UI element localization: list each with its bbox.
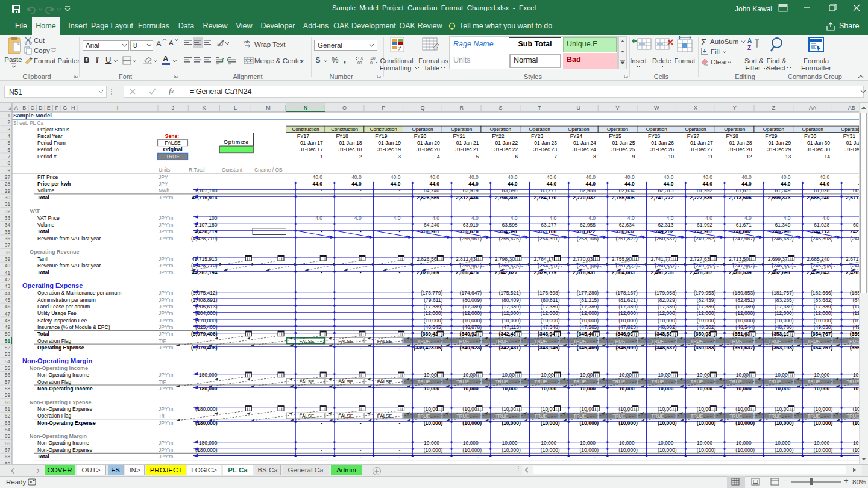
- svg-text:50: 50: [5, 331, 11, 337]
- svg-text:7: 7: [554, 154, 557, 160]
- svg-text:JPY'm: JPY'm: [159, 454, 173, 460]
- svg-text:62,634: 62,634: [619, 187, 635, 193]
- svg-text:JPY'm: JPY'm: [159, 256, 173, 262]
- svg-text:JPY'm: JPY'm: [159, 297, 173, 303]
- svg-text:54: 54: [5, 358, 11, 364]
- svg-text:FALSE: FALSE: [338, 379, 353, 384]
- svg-text:Non-Operating Income: Non-Operating Income: [30, 365, 88, 371]
- svg-text:42: 42: [5, 277, 11, 283]
- svg-text:FY23: FY23: [531, 133, 544, 139]
- svg-text:(81,215): (81,215): [580, 297, 599, 303]
- svg-text:Cname / OB: Cname / OB: [254, 167, 283, 173]
- svg-text:C: C: [31, 105, 35, 111]
- svg-text:(10,000): (10,000): [424, 420, 443, 426]
- svg-text:(340,923): (340,923): [460, 345, 482, 351]
- svg-text:(10,000): (10,000): [580, 447, 599, 453]
- svg-text:11: 11: [708, 154, 713, 160]
- svg-text:100: 100: [209, 215, 217, 221]
- svg-text:8: 8: [7, 160, 10, 166]
- svg-text:62,955: 62,955: [580, 187, 596, 193]
- svg-text:Revenue from VAT last year: Revenue from VAT last year: [37, 236, 101, 242]
- svg-text:44: 44: [5, 290, 11, 296]
- svg-text:Price per kwh: Price per kwh: [37, 181, 71, 187]
- svg-text:01-Jan 18: 01-Jan 18: [339, 140, 362, 146]
- svg-text:(174,647): (174,647): [460, 290, 482, 296]
- svg-text:Original: Original: [163, 146, 182, 152]
- svg-text:Operation Flag: Operation Flag: [37, 413, 71, 419]
- svg-text:10,000: 10,000: [463, 440, 479, 446]
- svg-text:TRUE: TRUE: [612, 339, 625, 344]
- svg-text:-: -: [360, 420, 362, 426]
- svg-text:(10,000): (10,000): [502, 447, 521, 453]
- svg-text:61,028: 61,028: [814, 222, 829, 228]
- svg-text:FY20: FY20: [414, 133, 427, 139]
- svg-text:62,955: 62,955: [580, 222, 596, 228]
- svg-text:5: 5: [7, 140, 10, 146]
- svg-text:(4,428,719): (4,428,719): [191, 236, 218, 242]
- svg-text:Non-Operating Expense: Non-Operating Expense: [37, 420, 96, 426]
- svg-text:40.0: 40.0: [312, 174, 322, 180]
- svg-text:3: 3: [7, 127, 10, 133]
- svg-text:Operation: Operation: [568, 127, 589, 132]
- svg-text:JPY'm: JPY'm: [159, 324, 173, 330]
- svg-text:(350,083): (350,083): [694, 345, 716, 351]
- svg-text:65: 65: [5, 433, 11, 439]
- svg-text:(246,682): (246,682): [772, 236, 794, 242]
- svg-text:Total: Total: [37, 454, 49, 460]
- svg-text:-: -: [360, 440, 362, 446]
- svg-text:40.0: 40.0: [430, 174, 440, 180]
- svg-text:62,313: 62,313: [658, 222, 673, 228]
- svg-text:(47,585): (47,585): [580, 324, 599, 330]
- svg-text:4.0: 4.0: [588, 215, 596, 221]
- svg-text:T/F: T/F: [159, 338, 166, 344]
- svg-text:(255,676): (255,676): [498, 263, 521, 269]
- svg-text:31-Dec 24: 31-Dec 24: [572, 146, 596, 152]
- svg-text:45: 45: [5, 297, 11, 303]
- svg-text:64,240: 64,240: [424, 187, 439, 193]
- svg-text:-: -: [321, 420, 322, 426]
- svg-text:Total: Total: [37, 195, 49, 201]
- svg-text:(48,544): (48,544): [735, 324, 755, 330]
- svg-text:-: -: [321, 195, 322, 201]
- svg-text:TRUE: TRUE: [495, 339, 508, 344]
- svg-text:VAT: VAT: [30, 208, 40, 214]
- svg-text:10,000: 10,000: [658, 440, 673, 446]
- svg-text:(10,000): (10,000): [814, 420, 833, 426]
- svg-text:2,727,639: 2,727,639: [690, 195, 712, 201]
- svg-text:(10,000): (10,000): [541, 420, 560, 426]
- svg-text:(10,000): (10,000): [735, 420, 755, 426]
- svg-text:T: T: [538, 105, 541, 111]
- svg-text:(48,786): (48,786): [775, 324, 794, 330]
- svg-text:(253,106): (253,106): [577, 263, 599, 269]
- svg-text:-: -: [321, 440, 322, 446]
- svg-text:W: W: [654, 105, 659, 111]
- svg-text:2,784,170: 2,784,170: [533, 195, 556, 201]
- svg-text:4.0: 4.0: [471, 215, 479, 221]
- svg-text:U: U: [577, 105, 581, 111]
- svg-text:01-Jan 26: 01-Jan 26: [651, 140, 674, 146]
- svg-text:M: M: [266, 105, 271, 111]
- svg-text:10,000: 10,000: [580, 440, 596, 446]
- svg-text:-: -: [399, 195, 401, 201]
- svg-text:-: -: [399, 440, 401, 446]
- svg-text:62,313: 62,313: [658, 187, 673, 193]
- svg-text:(10,000): (10,000): [502, 318, 521, 324]
- svg-text:-: -: [321, 269, 322, 275]
- svg-text:67: 67: [5, 447, 11, 453]
- svg-text:R: R: [459, 105, 464, 111]
- svg-text:180,000: 180,000: [199, 372, 218, 378]
- svg-text:3: 3: [398, 154, 401, 160]
- svg-text:(348,537): (348,537): [655, 345, 677, 351]
- svg-text:(205,613): (205,613): [195, 304, 218, 310]
- svg-text:Sheet: PL Ca: Sheet: PL Ca: [13, 120, 44, 126]
- svg-text:2,826,569: 2,826,569: [417, 195, 439, 201]
- svg-text:(343,946): (343,946): [538, 345, 560, 351]
- svg-text:E: E: [47, 105, 51, 111]
- svg-text:-: -: [321, 345, 322, 351]
- svg-text:(80,009): (80,009): [462, 297, 482, 303]
- svg-text:4.0: 4.0: [315, 215, 322, 221]
- svg-text:Operating Revenue: Operating Revenue: [30, 249, 80, 255]
- svg-text:-: -: [321, 228, 322, 234]
- svg-text:01-Jan 19: 01-Jan 19: [378, 140, 401, 146]
- svg-text:46: 46: [5, 304, 11, 310]
